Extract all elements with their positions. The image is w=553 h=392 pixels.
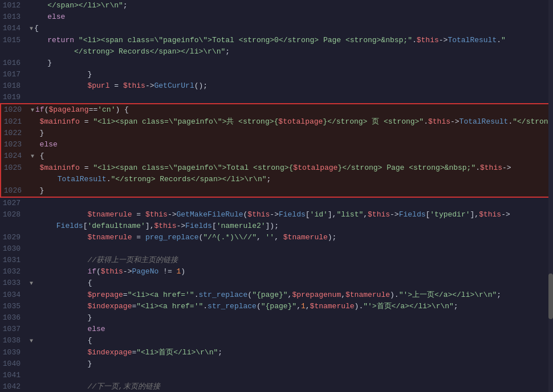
code-line-1038: 1038 ▼ { bbox=[0, 335, 553, 347]
line-content: $maininfo = "<li><span class=\"pageinfo\… bbox=[29, 116, 553, 128]
line-content: $tnamerule = preg_replace("/^(.*)\\//", … bbox=[27, 232, 553, 243]
code-line-1013: 1013 else bbox=[0, 11, 553, 23]
code-line-1028: 1028 $tnamerule = $this->GetMakeFileRule… bbox=[0, 209, 553, 232]
code-line-1037: 1037 else bbox=[0, 324, 553, 335]
line-content: else bbox=[27, 11, 553, 23]
line-number: 1018 bbox=[0, 80, 27, 92]
code-line-1019: 1019 bbox=[0, 92, 553, 103]
code-line-1024: 1024 ▼ { bbox=[0, 150, 553, 162]
line-number: 1041 bbox=[0, 370, 27, 381]
code-line-1016: 1016 } bbox=[0, 58, 553, 69]
line-number: 1016 bbox=[0, 58, 27, 69]
code-line-1034: 1034 $prepage="<li><a href='".str_replac… bbox=[0, 289, 553, 301]
line-content: } bbox=[27, 312, 553, 324]
code-line-1040: 1040 } bbox=[0, 358, 553, 370]
code-line-1036: 1036 } bbox=[0, 312, 553, 324]
code-line-1012: 1012 </span></li>\r\n"; bbox=[0, 0, 553, 11]
code-line-1030: 1030 bbox=[0, 243, 553, 255]
code-line-1033: 1033 ▼ { bbox=[0, 277, 553, 289]
line-content: $prepage="<li><a href='".str_replace("{p… bbox=[27, 289, 553, 301]
line-number: 1035 bbox=[0, 301, 27, 312]
code-line-1039: 1039 $indexpage="<li>首页</li>\r\n"; bbox=[0, 347, 553, 358]
line-number: 1036 bbox=[0, 312, 27, 324]
line-content: $indexpage="<li><a href='".str_replace("… bbox=[27, 301, 553, 312]
scrollbar-thumb[interactable] bbox=[548, 273, 553, 319]
line-number: 1029 bbox=[0, 232, 27, 243]
line-number: 1023 bbox=[1, 139, 29, 150]
code-line-1027: 1027 bbox=[0, 198, 553, 209]
line-content: $tnamerule = $this->GetMakeFileRule($thi… bbox=[27, 209, 553, 232]
line-content: } bbox=[27, 69, 553, 80]
line-number: 1013 bbox=[0, 11, 27, 23]
code-line-1026: 1026 } bbox=[0, 185, 553, 198]
line-content: $indexpage="<li>首页</li>\r\n"; bbox=[27, 347, 553, 358]
line-number: 1021 bbox=[1, 116, 29, 128]
line-content: //获得上一页和主页的链接 bbox=[27, 255, 553, 266]
code-line-1017: 1017 } bbox=[0, 69, 553, 80]
line-content: return "<li><span class=\"pageinfo\">Tot… bbox=[27, 35, 553, 58]
line-content: } bbox=[27, 358, 553, 370]
code-line-1042: 1042 //下一页,末页的链接 bbox=[0, 381, 553, 392]
line-number: 1037 bbox=[0, 324, 27, 335]
line-content: ▼{ bbox=[27, 23, 553, 35]
line-number: 1030 bbox=[0, 243, 27, 255]
line-number: 1022 bbox=[1, 128, 29, 139]
code-line-1018: 1018 $purl = $this->GetCurUrl(); bbox=[0, 80, 553, 92]
line-number: 1025 bbox=[1, 162, 29, 174]
code-lines: 1012 </span></li>\r\n"; 1013 else 1014 ▼… bbox=[0, 0, 553, 392]
line-number: 1039 bbox=[0, 347, 27, 358]
line-number: 1040 bbox=[0, 358, 27, 370]
code-line-1022: 1022 } bbox=[0, 128, 553, 139]
line-number: 1014 bbox=[0, 23, 27, 34]
code-line-1029: 1029 $tnamerule = preg_replace("/^(.*)\\… bbox=[0, 232, 553, 243]
line-number: 1019 bbox=[0, 92, 27, 103]
scrollbar[interactable] bbox=[548, 0, 553, 392]
code-line-1031: 1031 //获得上一页和主页的链接 bbox=[0, 255, 553, 266]
code-editor: 1012 </span></li>\r\n"; 1013 else 1014 ▼… bbox=[0, 0, 553, 392]
line-content: if($this->PageNo != 1) bbox=[27, 266, 553, 277]
line-content: ▼ { bbox=[29, 150, 552, 162]
line-number: 1015 bbox=[0, 35, 27, 46]
line-number: 1034 bbox=[0, 289, 27, 301]
code-line-1023: 1023 else bbox=[0, 139, 553, 150]
line-content: ▼if($pagelang=='cn') { bbox=[29, 104, 552, 116]
code-line-1021: 1021 $maininfo = "<li><span class=\"page… bbox=[0, 116, 553, 128]
line-content: $purl = $this->GetCurUrl(); bbox=[27, 80, 553, 92]
line-number: 1020 bbox=[1, 104, 29, 116]
code-line-1015: 1015 return "<li><span class=\"pageinfo\… bbox=[0, 35, 553, 58]
line-content: else bbox=[29, 139, 552, 150]
line-content: //下一页,末页的链接 bbox=[27, 381, 553, 392]
line-number: 1017 bbox=[0, 69, 27, 80]
line-content: </span></li>\r\n"; bbox=[27, 0, 553, 11]
code-line-1041: 1041 bbox=[0, 370, 553, 381]
line-number: 1042 bbox=[0, 381, 27, 392]
line-content: } bbox=[29, 185, 552, 197]
line-content: ▼ { bbox=[27, 277, 553, 289]
line-number: 1027 bbox=[0, 198, 27, 209]
line-number: 1026 bbox=[1, 185, 29, 197]
line-number: 1031 bbox=[0, 255, 27, 266]
line-number: 1024 bbox=[1, 150, 29, 162]
code-line-1035: 1035 $indexpage="<li><a href='".str_repl… bbox=[0, 301, 553, 312]
code-line-1014: 1014 ▼{ bbox=[0, 23, 553, 35]
code-line-1020: 1020 ▼if($pagelang=='cn') { bbox=[0, 103, 553, 116]
code-line-1025: 1025 $maininfo = "<li><span class=\"page… bbox=[0, 162, 553, 185]
line-number: 1012 bbox=[0, 0, 27, 11]
code-line-1032: 1032 if($this->PageNo != 1) bbox=[0, 266, 553, 277]
line-content: ▼ { bbox=[27, 335, 553, 347]
line-content: else bbox=[27, 324, 553, 335]
line-content: $maininfo = "<li><span class=\"pageinfo\… bbox=[29, 162, 552, 185]
line-number: 1038 bbox=[0, 335, 27, 346]
line-number: 1033 bbox=[0, 277, 27, 289]
line-number: 1028 bbox=[0, 209, 27, 220]
line-content: } bbox=[29, 128, 552, 139]
line-number: 1032 bbox=[0, 266, 27, 277]
line-content: } bbox=[27, 58, 553, 69]
